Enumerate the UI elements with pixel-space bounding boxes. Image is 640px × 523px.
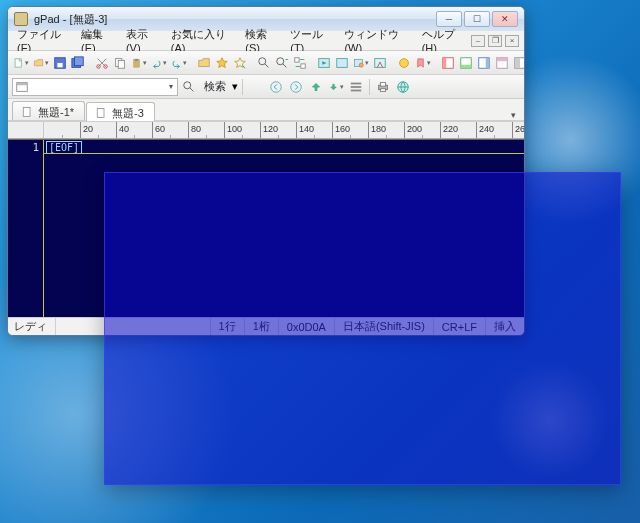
run-tool-button[interactable]	[352, 54, 370, 72]
svg-point-11	[259, 57, 266, 64]
status-line: 1行	[210, 318, 244, 335]
status-ready: レディ	[8, 318, 55, 335]
add-favorite-button[interactable]	[214, 54, 230, 72]
svg-rect-37	[351, 86, 362, 88]
chevron-down-icon: ▾	[167, 82, 175, 91]
svg-rect-16	[337, 58, 348, 67]
find-next-button[interactable]	[274, 54, 290, 72]
filetype-icon	[15, 80, 29, 94]
find-button[interactable]	[256, 54, 272, 72]
svg-rect-38	[351, 89, 362, 91]
document-icon	[95, 107, 107, 119]
app-window: gPad - [無題-3] ─ ☐ ✕ ファイル(F) 編集(E) 表示(V) …	[7, 6, 525, 336]
undo-button[interactable]	[150, 54, 168, 72]
browser-button[interactable]	[394, 78, 412, 96]
panel-3-button[interactable]	[476, 54, 492, 72]
svg-rect-8	[118, 60, 124, 68]
record-marker-button[interactable]	[396, 54, 412, 72]
svg-point-18	[359, 63, 363, 67]
editor-body[interactable]: [EOF]	[44, 140, 524, 317]
filetype-input[interactable]	[29, 81, 167, 93]
save-all-button[interactable]	[70, 54, 86, 72]
document-tab-label: 無題-3	[112, 106, 144, 121]
status-charcode: 0x0D0A	[278, 318, 334, 335]
svg-point-12	[277, 57, 284, 64]
mdi-close-button[interactable]: ×	[505, 35, 519, 47]
document-tab-active[interactable]: 無題-3	[86, 102, 155, 121]
close-button[interactable]: ✕	[492, 11, 518, 27]
search-label: 検索	[200, 79, 230, 94]
panel-4-button[interactable]	[494, 54, 510, 72]
nav-menu-button[interactable]	[347, 78, 365, 96]
external-tool-button[interactable]	[372, 54, 388, 72]
status-column: 1桁	[244, 318, 278, 335]
status-bar: レディ 1行 1桁 0x0D0A 日本語(Shift-JIS) CR+LF 挿入	[8, 317, 524, 335]
svg-rect-13	[295, 57, 299, 61]
text-editor[interactable]: 1 [EOF]	[8, 139, 524, 317]
ruler: 20406080100120140160180200220240260	[8, 121, 524, 139]
svg-rect-10	[135, 58, 138, 60]
svg-rect-0	[15, 58, 21, 66]
status-insert-mode: 挿入	[485, 318, 524, 335]
panel-2-button[interactable]	[458, 54, 474, 72]
search-dropdown-icon[interactable]: ▾	[232, 80, 238, 93]
svg-rect-28	[497, 57, 508, 61]
svg-rect-43	[23, 108, 30, 117]
toolbar-main	[8, 51, 524, 75]
panel-5-button[interactable]	[512, 54, 525, 72]
cut-button[interactable]	[94, 54, 110, 72]
svg-rect-32	[17, 82, 28, 85]
svg-rect-26	[486, 57, 490, 68]
new-file-button[interactable]	[12, 54, 30, 72]
status-encoding: 日本語(Shift-JIS)	[334, 318, 433, 335]
svg-point-20	[400, 58, 409, 67]
print-button[interactable]	[374, 78, 392, 96]
save-button[interactable]	[52, 54, 68, 72]
svg-rect-30	[515, 57, 520, 68]
run-macro-button[interactable]	[316, 54, 332, 72]
tab-list-button[interactable]: ▾	[507, 110, 520, 120]
svg-rect-41	[380, 88, 385, 91]
svg-rect-40	[380, 82, 385, 86]
favorites-folder-button[interactable]	[196, 54, 212, 72]
svg-rect-24	[461, 64, 472, 68]
app-icon	[14, 12, 28, 26]
search-button[interactable]	[180, 78, 198, 96]
svg-rect-4	[75, 56, 84, 65]
svg-rect-36	[351, 82, 362, 84]
tool-window-button[interactable]	[334, 54, 350, 72]
menu-bar: ファイル(F) 編集(E) 表示(V) お気に入り(A) 検索(S) ツール(T…	[8, 31, 524, 51]
line-gutter: 1	[8, 140, 44, 317]
edit-favorites-button[interactable]	[232, 54, 248, 72]
toolbar-search: ▾ 検索 ▾	[8, 75, 524, 99]
svg-rect-14	[301, 63, 305, 67]
paste-button[interactable]	[130, 54, 148, 72]
svg-rect-2	[57, 63, 62, 67]
replace-button[interactable]	[292, 54, 308, 72]
status-eol: CR+LF	[433, 318, 485, 335]
document-icon	[21, 106, 33, 118]
redo-button[interactable]	[170, 54, 188, 72]
filetype-combo[interactable]: ▾	[12, 78, 178, 96]
document-tab[interactable]: 無題-1*	[12, 101, 85, 120]
svg-point-33	[184, 81, 191, 88]
copy-button[interactable]	[112, 54, 128, 72]
svg-point-35	[291, 81, 302, 92]
svg-point-34	[271, 81, 282, 92]
nav-up-button[interactable]	[307, 78, 325, 96]
line-number: 1	[32, 141, 39, 154]
document-tabbar: 無題-1* 無題-3 ▾	[8, 99, 524, 121]
svg-rect-44	[97, 109, 104, 118]
document-tab-label: 無題-1*	[38, 105, 74, 120]
mark-button[interactable]	[414, 54, 432, 72]
mdi-restore-button[interactable]: ❐	[488, 35, 502, 47]
nav-down-button[interactable]	[327, 78, 345, 96]
svg-rect-22	[443, 57, 447, 68]
open-file-button[interactable]	[32, 54, 50, 72]
mdi-minimize-button[interactable]: –	[471, 35, 485, 47]
nav-forward-button[interactable]	[287, 78, 305, 96]
nav-back-button[interactable]	[267, 78, 285, 96]
panel-1-button[interactable]	[440, 54, 456, 72]
